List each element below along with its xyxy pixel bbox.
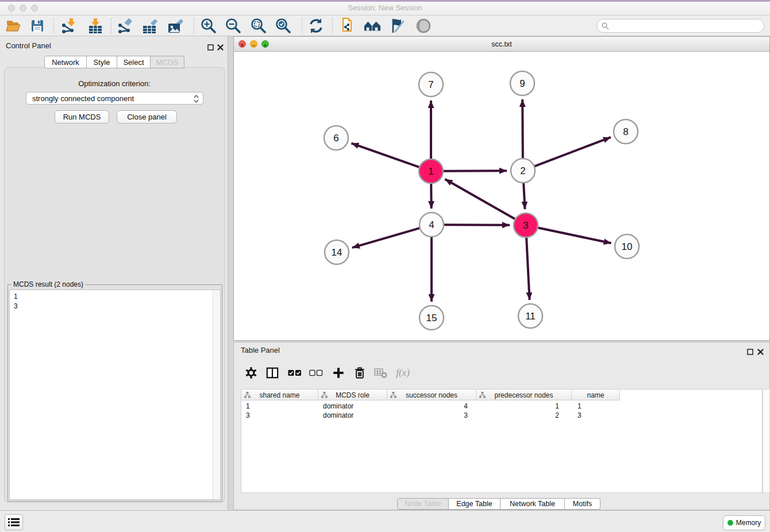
tree-icon (244, 392, 251, 398)
tab-node-table[interactable]: Node Table (397, 498, 449, 510)
node-table: shared name MCDS role successor nodes pr… (241, 389, 763, 493)
import-table-icon[interactable] (87, 17, 104, 34)
cell-mcds-role: dominator (318, 402, 387, 411)
control-panel-tabs: Network Style Select MCDS (44, 56, 184, 68)
main-toolbar (0, 16, 770, 36)
edge-2-8[interactable] (534, 137, 611, 167)
tab-network[interactable]: Network (44, 56, 87, 68)
cell-name: 3 (572, 411, 620, 420)
column-header-shared-name[interactable]: shared name (241, 390, 318, 400)
toolbar-separator (332, 18, 333, 34)
refresh-icon[interactable] (307, 17, 325, 34)
mcds-result-fieldset: MCDS result (2 nodes) 1 3 (7, 280, 222, 502)
select-all-icon[interactable] (285, 364, 305, 381)
tab-edge-table[interactable]: Edge Table (449, 498, 500, 510)
column-label: predecessor nodes (494, 391, 553, 399)
table-row[interactable]: 3 dominator 3 2 3 (241, 411, 620, 420)
search-input[interactable] (612, 20, 760, 32)
column-header-mcds-role[interactable]: MCDS role (318, 390, 387, 400)
column-header-predecessor-nodes[interactable]: predecessor nodes (476, 390, 572, 400)
tab-style[interactable]: Style (87, 56, 117, 68)
open-session-icon[interactable] (5, 17, 22, 34)
close-panel-icon[interactable] (217, 43, 224, 49)
close-panel-button[interactable]: Close panel (117, 110, 177, 124)
application-window: Session: New Session (0, 0, 770, 532)
tree-icon (390, 392, 396, 398)
edge-2-3[interactable] (523, 183, 525, 209)
run-mcds-button[interactable]: Run MCDS (55, 110, 109, 124)
neighbors-houses-icon[interactable] (364, 17, 381, 34)
memory-button[interactable]: Memory (723, 515, 765, 530)
cell-shared-name: 3 (241, 411, 318, 420)
edge-3-10[interactable] (538, 228, 611, 243)
delete-table-icon[interactable] (371, 364, 391, 381)
zoom-fit-icon[interactable] (250, 17, 267, 34)
node-label: 14 (332, 247, 342, 258)
table-tabs: Node Table Edge Table Network Table Moti… (397, 498, 600, 510)
edge-4-14[interactable] (352, 228, 420, 248)
flag-icon[interactable] (389, 17, 406, 34)
zoom-in-icon[interactable] (200, 17, 217, 34)
export-network-icon[interactable] (116, 17, 133, 34)
tab-select[interactable]: Select (117, 56, 151, 68)
result-line: 3 (14, 302, 216, 311)
cell-shared-name: 1 (241, 402, 318, 411)
node-label: 9 (519, 78, 525, 89)
duplicate-network-icon[interactable] (339, 17, 356, 34)
network-window-titlebar[interactable]: scc.txt (234, 37, 769, 52)
result-scrollbar[interactable] (213, 290, 220, 499)
cell-predecessor-nodes: 1 (476, 402, 572, 411)
node-label: 1 (428, 166, 433, 177)
tab-motifs[interactable]: Motifs (565, 498, 600, 510)
toolbar-separator (53, 18, 54, 34)
edge-3-1[interactable] (445, 179, 515, 219)
save-session-icon[interactable] (29, 17, 46, 34)
toolbar-separator (111, 18, 111, 34)
cell-successor-nodes: 3 (387, 411, 476, 420)
criterion-value: strongly connected component (32, 94, 134, 103)
table-row[interactable]: 1 dominator 4 1 1 (241, 402, 620, 411)
optimization-criterion-label: Optimization criterion: (5, 79, 224, 88)
zoom-out-icon[interactable] (225, 17, 242, 34)
result-line: 1 (14, 292, 216, 302)
delete-row-trash-icon[interactable] (350, 364, 369, 381)
tree-icon (321, 392, 328, 398)
mcds-result-box[interactable]: 1 3 (9, 290, 221, 500)
zoom-selected-icon[interactable] (275, 17, 292, 34)
edge-2-9[interactable] (522, 99, 523, 159)
window-title: Session: New Session (0, 3, 770, 12)
tab-mcds[interactable]: MCDS (151, 56, 184, 68)
tree-icon (479, 392, 486, 398)
table-settings-gear-icon[interactable] (241, 364, 261, 381)
show-columns-icon[interactable] (263, 364, 282, 381)
tab-network-table[interactable]: Network Table (500, 498, 565, 510)
edge-4-3[interactable] (444, 225, 510, 225)
column-header-successor-nodes[interactable]: successor nodes (387, 390, 476, 400)
node-label: 3 (523, 220, 528, 231)
column-label: name (587, 391, 604, 399)
eye-icon[interactable] (415, 17, 432, 34)
fx-label: f(x) (396, 367, 410, 379)
table-scrollbar[interactable] (763, 389, 770, 493)
float-table-panel-icon[interactable] (747, 347, 753, 353)
float-panel-icon[interactable] (207, 43, 214, 49)
search-icon (602, 22, 609, 30)
add-row-icon[interactable] (329, 364, 348, 381)
cell-successor-nodes: 4 (387, 402, 476, 411)
column-header-name[interactable]: name (572, 390, 620, 400)
network-canvas[interactable]: 7968124314101511 (234, 52, 769, 340)
edge-3-11[interactable] (526, 237, 530, 300)
close-table-panel-icon[interactable] (757, 347, 764, 353)
export-table-icon[interactable] (141, 17, 159, 34)
criterion-dropdown[interactable]: strongly connected component (26, 92, 203, 105)
deselect-all-icon[interactable] (306, 364, 326, 381)
task-history-button[interactable] (5, 514, 23, 530)
export-image-icon[interactable] (167, 17, 184, 34)
network-window-title: scc.txt (234, 40, 769, 48)
edge-1-2[interactable] (443, 171, 507, 171)
table-header: shared name MCDS role successor nodes pr… (241, 390, 620, 400)
import-network-icon[interactable] (60, 17, 77, 34)
edge-1-6[interactable] (351, 143, 419, 167)
column-label: MCDS role (336, 391, 369, 399)
node-label: 7 (428, 79, 433, 90)
